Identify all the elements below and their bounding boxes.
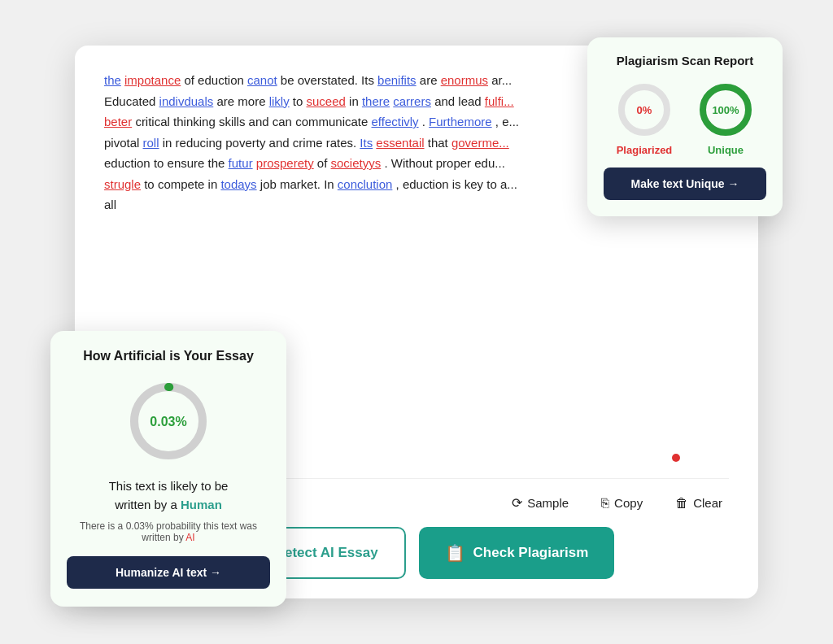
- ai-description: This text is likely to be written by a H…: [67, 477, 270, 514]
- word-effectivly: effectivly: [372, 115, 419, 128]
- word-impotance: impotance: [124, 73, 181, 87]
- check-plagiarism-button[interactable]: 📋 Check Plagiarism: [419, 527, 615, 579]
- donut-row: 0% Plagiarized 100% Unique: [604, 80, 766, 156]
- word-benifits: benifits: [377, 73, 416, 87]
- refresh-icon: ⟳: [512, 495, 522, 511]
- word-todays: todays: [220, 177, 256, 191]
- word-carrers: carrers: [393, 94, 431, 108]
- document-icon: 📋: [445, 543, 465, 563]
- word-goverme: goverme...: [451, 136, 509, 150]
- trash-icon: 🗑: [675, 496, 688, 511]
- word-likly: likly: [269, 94, 290, 108]
- word-societyys: societyys: [331, 156, 382, 170]
- copy-icon: ⎘: [601, 496, 609, 511]
- word-strugle: strugle: [104, 177, 141, 191]
- word-its: Its: [360, 136, 373, 150]
- plagiarized-donut-wrap: 0% Plagiarized: [615, 80, 674, 156]
- word-the: the: [104, 73, 121, 87]
- copy-button[interactable]: ⎘ Copy: [595, 493, 649, 514]
- word-futur: futur: [229, 156, 253, 170]
- plagiarism-card-title: Plagiarism Scan Report: [604, 54, 766, 67]
- word-fulfi: fulfi...: [485, 94, 514, 108]
- unique-label: Unique: [708, 144, 744, 156]
- word-roll: roll: [143, 136, 159, 150]
- svg-text:100%: 100%: [712, 104, 739, 116]
- humanize-button[interactable]: Humanize AI text →: [67, 556, 270, 589]
- word-suceed: suceed: [307, 94, 346, 108]
- word-furthemore: Furthemore: [429, 115, 492, 128]
- ai-sub-text: There is a 0.03% probability this text w…: [67, 520, 270, 543]
- ai-donut-wrap: 0.03%: [67, 376, 270, 466]
- ai-card-title: How Artificial is Your Essay: [67, 349, 270, 363]
- word-canot: canot: [247, 73, 277, 87]
- word-essentail: essentail: [376, 136, 424, 150]
- sample-button[interactable]: ⟳ Sample: [505, 492, 575, 514]
- word-indivduals: indivduals: [159, 94, 214, 108]
- unique-donut: 100%: [696, 80, 755, 139]
- clear-button[interactable]: 🗑 Clear: [669, 493, 729, 514]
- word-conclution: conclution: [338, 177, 393, 191]
- red-dot-indicator: [672, 454, 680, 462]
- plagiarized-label: Plagiarized: [617, 144, 673, 156]
- human-label: Human: [181, 498, 222, 511]
- word-enormus: enormus: [441, 73, 488, 87]
- svg-text:0%: 0%: [637, 104, 652, 116]
- ai-donut: 0.03%: [124, 376, 213, 466]
- unique-donut-wrap: 100% Unique: [696, 80, 755, 156]
- word-there: there: [362, 94, 390, 108]
- word-beter: beter: [104, 115, 132, 128]
- svg-text:0.03%: 0.03%: [150, 415, 186, 429]
- ai-card: How Artificial is Your Essay 0.03% This …: [50, 331, 286, 607]
- word-prosperety: prosperety: [256, 156, 314, 170]
- plagiarism-card: Plagiarism Scan Report 0% Plagiarized 10…: [587, 37, 783, 216]
- plagiarized-donut: 0%: [615, 80, 674, 139]
- ai-label: AI: [185, 532, 194, 543]
- make-unique-button[interactable]: Make text Unique →: [604, 168, 766, 200]
